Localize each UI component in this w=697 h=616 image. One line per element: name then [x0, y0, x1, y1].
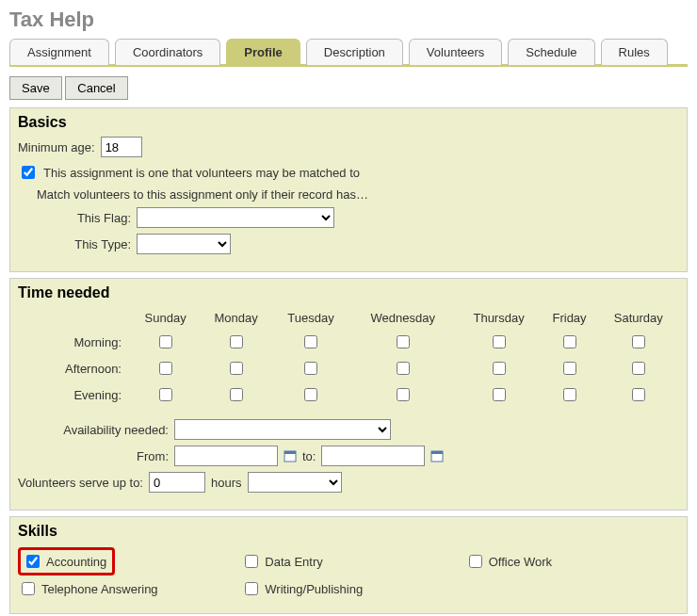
type-select[interactable]	[137, 234, 231, 254]
serve-unit-select[interactable]	[248, 472, 342, 493]
time-slot-checkbox[interactable]	[632, 388, 645, 401]
skill-checkbox[interactable]	[245, 582, 258, 595]
skill-checkbox[interactable]	[26, 555, 40, 568]
skill-checkbox[interactable]	[469, 555, 482, 568]
to-label: to:	[302, 449, 316, 463]
tab-rules[interactable]: Rules	[601, 39, 668, 65]
skill-checkbox[interactable]	[245, 555, 258, 568]
time-panel: Time needed SundayMondayTuesdayWednesday…	[9, 278, 688, 511]
tab-profile[interactable]: Profile	[226, 39, 300, 65]
time-slot-checkbox[interactable]	[304, 335, 317, 349]
serve-hours-input[interactable]	[149, 472, 205, 493]
min-age-input[interactable]	[101, 137, 142, 157]
time-slot-checkbox[interactable]	[159, 335, 172, 349]
time-slot-checkbox[interactable]	[493, 362, 506, 375]
flag-select[interactable]	[137, 207, 334, 228]
day-header: Friday	[542, 307, 598, 329]
basics-heading: Basics	[18, 114, 679, 131]
time-slot-checkbox[interactable]	[563, 335, 576, 349]
tab-schedule[interactable]: Schedule	[508, 39, 594, 65]
time-slot-checkbox[interactable]	[632, 335, 645, 349]
tab-description[interactable]: Description	[306, 39, 403, 65]
from-label: From:	[18, 449, 169, 463]
time-slot-checkbox[interactable]	[493, 335, 506, 349]
time-slot-checkbox[interactable]	[304, 388, 317, 401]
availability-label: Availability needed:	[18, 423, 169, 437]
skill-label: Data Entry	[265, 555, 322, 569]
day-header: Tuesday	[272, 307, 349, 329]
availability-select[interactable]	[174, 419, 391, 440]
time-slot-checkbox[interactable]	[230, 388, 243, 401]
skill-label: Writing/Publishing	[265, 582, 363, 596]
time-slot-checkbox[interactable]	[397, 388, 410, 401]
tab-assignment[interactable]: Assignment	[9, 39, 109, 65]
time-slot-checkbox[interactable]	[159, 388, 172, 401]
cancel-button[interactable]: Cancel	[65, 76, 127, 100]
skills-panel: Skills AccountingData EntryOffice WorkTe…	[9, 516, 688, 614]
time-slot-checkbox[interactable]	[493, 388, 506, 401]
skills-heading: Skills	[18, 523, 679, 540]
time-slot-checkbox[interactable]	[230, 335, 243, 349]
period-label: Evening:	[18, 381, 131, 408]
serve-label: Volunteers serve up to:	[18, 476, 143, 490]
time-slot-checkbox[interactable]	[397, 335, 410, 349]
tabstrip: AssignmentCoordinatorsProfileDescription…	[9, 38, 688, 67]
day-header: Wednesday	[349, 307, 457, 329]
skill-checkbox[interactable]	[22, 582, 35, 595]
to-input[interactable]	[321, 446, 425, 466]
day-header: Saturday	[598, 307, 679, 329]
tab-coordinators[interactable]: Coordinators	[115, 39, 220, 65]
tab-volunteers[interactable]: Volunteers	[409, 39, 502, 65]
matchable-checkbox[interactable]	[22, 166, 35, 179]
svg-rect-3	[431, 451, 443, 454]
button-bar: Save Cancel	[9, 67, 688, 107]
time-slot-checkbox[interactable]	[632, 362, 645, 375]
time-slot-checkbox[interactable]	[397, 362, 410, 375]
calendar-icon[interactable]	[430, 449, 444, 462]
skill-label: Office Work	[489, 555, 552, 569]
save-button[interactable]: Save	[9, 76, 62, 100]
skill-label: Telephone Answering	[41, 582, 158, 596]
time-grid: SundayMondayTuesdayWednesdayThursdayFrid…	[18, 307, 679, 408]
day-header: Monday	[200, 307, 272, 329]
time-heading: Time needed	[18, 284, 679, 301]
period-label: Morning:	[18, 329, 131, 355]
day-header: Sunday	[131, 307, 200, 329]
serve-unit-label: hours	[211, 476, 242, 490]
from-input[interactable]	[174, 446, 278, 466]
period-label: Afternoon:	[18, 355, 131, 381]
time-slot-checkbox[interactable]	[563, 362, 576, 375]
skill-label: Accounting	[46, 555, 106, 569]
time-slot-checkbox[interactable]	[563, 388, 576, 401]
page-title: Tax Help	[9, 8, 688, 32]
matchable-label: This assignment is one that volunteers m…	[43, 166, 360, 180]
type-label: This Type:	[65, 237, 131, 251]
day-header: Thursday	[457, 307, 542, 329]
time-slot-checkbox[interactable]	[230, 362, 243, 375]
basics-panel: Basics Minimum age: This assignment is o…	[9, 107, 688, 272]
svg-rect-1	[284, 451, 296, 454]
flag-label: This Flag:	[65, 211, 131, 225]
calendar-icon[interactable]	[284, 449, 297, 462]
time-slot-checkbox[interactable]	[304, 362, 317, 375]
time-slot-checkbox[interactable]	[159, 362, 172, 375]
match-intro-label: Match volunteers to this assignment only…	[37, 187, 368, 202]
skills-grid: AccountingData EntryOffice WorkTelephone…	[18, 545, 679, 602]
min-age-label: Minimum age:	[18, 140, 95, 154]
